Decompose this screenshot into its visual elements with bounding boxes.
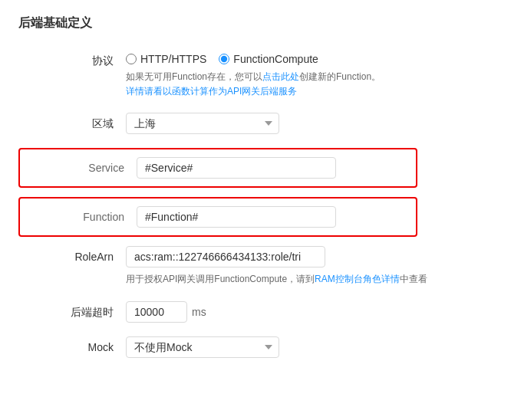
- region-content: 上海 北京 杭州: [126, 113, 479, 134]
- rolearn-row: RoleArn 用于授权API网关调用FunctionCompute，请到RAM…: [18, 246, 493, 287]
- mock-row: Mock 不使用Mock 使用Mock Mock失败: [18, 336, 493, 358]
- hint-text-prefix: 如果无可用Function存在，您可以: [126, 71, 262, 82]
- service-row: Service: [18, 148, 417, 188]
- hint-link[interactable]: 点击此处: [262, 71, 299, 82]
- service-label: Service: [29, 162, 137, 174]
- rolearn-label: RoleArn: [18, 246, 126, 263]
- protocol-row: 协议 HTTP/HTTPS FunctionCompute 如果无可用Funct…: [18, 50, 493, 99]
- function-row: Function: [18, 197, 417, 237]
- protocol-radio-group: HTTP/HTTPS FunctionCompute: [126, 50, 479, 65]
- protocol-http-option[interactable]: HTTP/HTTPS: [126, 53, 206, 65]
- timeout-unit: ms: [192, 306, 206, 318]
- protocol-fc-label: FunctionCompute: [233, 53, 318, 65]
- rolearn-hint: 用于授权API网关调用FunctionCompute，请到RAM控制台角色详情中…: [126, 272, 479, 287]
- mock-select[interactable]: 不使用Mock 使用Mock Mock失败: [126, 336, 279, 358]
- rolearn-input[interactable]: [126, 246, 325, 267]
- protocol-fc-option[interactable]: FunctionCompute: [219, 53, 318, 65]
- timeout-label: 后端超时: [18, 301, 126, 320]
- timeout-input[interactable]: [126, 301, 187, 323]
- service-input[interactable]: [137, 157, 336, 179]
- hint-text-suffix: 创建新的Function。: [299, 71, 381, 82]
- protocol-http-label: HTTP/HTTPS: [140, 53, 206, 65]
- protocol-content: HTTP/HTTPS FunctionCompute 如果无可用Function…: [126, 50, 479, 99]
- form-section: 协议 HTTP/HTTPS FunctionCompute 如果无可用Funct…: [18, 50, 493, 358]
- rolearn-hint-suffix: 中查看: [400, 274, 427, 284]
- hint-link2[interactable]: 详情请看以函数计算作为API网关后端服务: [126, 86, 297, 97]
- protocol-http-radio[interactable]: [126, 54, 137, 64]
- region-select[interactable]: 上海 北京 杭州: [126, 113, 279, 134]
- timeout-row: 后端超时 ms: [18, 301, 493, 323]
- rolearn-content: 用于授权API网关调用FunctionCompute，请到RAM控制台角色详情中…: [126, 246, 479, 287]
- function-label: Function: [29, 211, 137, 223]
- mock-content: 不使用Mock 使用Mock Mock失败: [126, 336, 479, 358]
- region-label: 区域: [18, 113, 126, 131]
- mock-label: Mock: [18, 336, 126, 353]
- rolearn-hint-link[interactable]: RAM控制台角色详情: [315, 274, 400, 284]
- protocol-fc-radio[interactable]: [219, 54, 229, 64]
- function-input[interactable]: [137, 206, 336, 228]
- protocol-label: 协议: [18, 50, 126, 68]
- service-highlighted-wrapper: Service: [18, 148, 493, 188]
- page-title: 后端基础定义: [18, 15, 493, 31]
- rolearn-hint-prefix: 用于授权API网关调用FunctionCompute，请到: [126, 274, 315, 284]
- protocol-hint: 如果无可用Function存在，您可以点击此处创建新的Function。 详情请…: [126, 70, 479, 99]
- timeout-content: ms: [126, 301, 479, 323]
- region-row: 区域 上海 北京 杭州: [18, 113, 493, 134]
- function-highlighted-wrapper: Function: [18, 197, 493, 237]
- timeout-inline: ms: [126, 301, 479, 323]
